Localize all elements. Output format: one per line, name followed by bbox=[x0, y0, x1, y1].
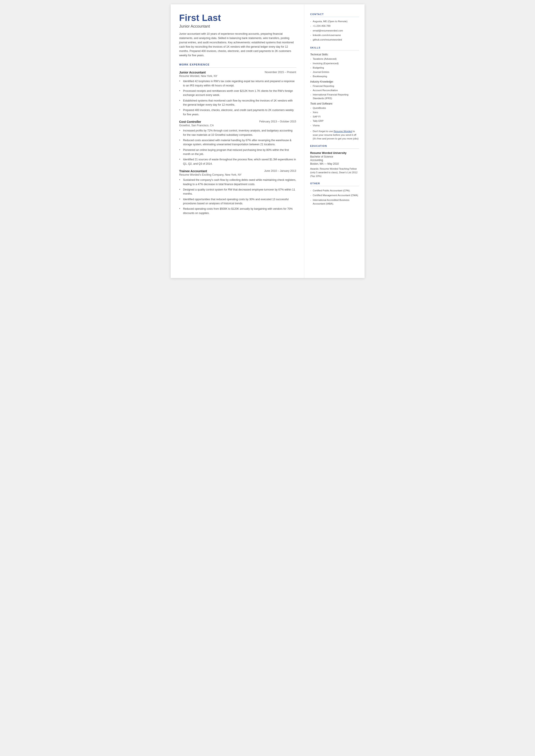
list-item: Xero bbox=[310, 111, 359, 114]
list-item: linkedin.com/in/username bbox=[310, 33, 359, 37]
list-item: Processed receipts and remittances worth… bbox=[179, 89, 296, 98]
other-title: OTHER bbox=[310, 182, 359, 185]
list-item: Pioneered an online buying program that … bbox=[179, 148, 296, 156]
job-1-bullets: Identified 42 loopholes in RW's tax code… bbox=[179, 79, 296, 117]
list-item: Bookkeeping bbox=[310, 74, 359, 78]
industry-skills-list: Financial Reporting Account Reconciliati… bbox=[310, 84, 359, 100]
right-column: CONTACT Augusta, ME (Open to Remote) +1-… bbox=[304, 4, 365, 278]
list-item: Identified opportunities that reduced op… bbox=[179, 197, 296, 206]
tip-text: Don't forget to use Resume Worded to sca… bbox=[310, 129, 359, 141]
job-2-bullets: Increased profits by 72% through cost co… bbox=[179, 129, 296, 166]
edu-degree: Bachelor of Science Accounting Boston, M… bbox=[310, 155, 359, 166]
list-item: Account Reconciliation bbox=[310, 89, 359, 92]
resume-worded-link[interactable]: Resume Worded bbox=[333, 130, 352, 132]
job-3-company: Resume Worded's Exciting Company, New Yo… bbox=[179, 173, 296, 176]
job-1-title: Junior Accountant bbox=[179, 71, 206, 74]
list-item: Tally ERP bbox=[310, 119, 359, 123]
summary-text: Junior accountant with 10 years of exper… bbox=[179, 32, 296, 58]
list-item: International Financial Reporting Standa… bbox=[310, 93, 359, 100]
list-item: SAP FI bbox=[310, 115, 359, 119]
job-2-header: Cost Controller February 2013 – October … bbox=[179, 120, 296, 124]
list-item: Augusta, ME (Open to Remote) bbox=[310, 20, 359, 23]
list-item: Sustained the company's cash flow by col… bbox=[179, 178, 296, 186]
list-item: github.com/resumeworded bbox=[310, 38, 359, 42]
edu-awards: Awards: Resume Worded Teaching Fellow (o… bbox=[310, 167, 359, 178]
job-3-header: Trainee Accountant June 2010 – January 2… bbox=[179, 169, 296, 173]
contact-title: CONTACT bbox=[310, 13, 359, 15]
contact-list: Augusta, ME (Open to Remote) +1-234-456-… bbox=[310, 20, 359, 42]
skills-title: SKILLS bbox=[310, 46, 359, 49]
job-2-company: Growthsi, San Francisco, CA bbox=[179, 124, 296, 127]
tip-pre: Don't forget to use bbox=[313, 130, 334, 132]
job-3: Trainee Accountant June 2010 – January 2… bbox=[179, 169, 296, 215]
full-name: First Last bbox=[179, 13, 296, 23]
list-item: Taxations (Advanced) bbox=[310, 57, 359, 61]
other-list: Certified Public Accountant (CPA). Certi… bbox=[310, 189, 359, 206]
list-item: Reduced costs associated with material h… bbox=[179, 138, 296, 147]
work-experience-title: WORK EXPERIENCE bbox=[179, 63, 296, 66]
left-column: First Last Junior Accountant Junior acco… bbox=[171, 4, 304, 278]
name-section: First Last Junior Accountant bbox=[179, 13, 296, 29]
job-2-dates: February 2013 – October 2015 bbox=[259, 120, 296, 123]
list-item: QuickBooks bbox=[310, 106, 359, 110]
list-item: International Accredited Business Accoun… bbox=[310, 198, 359, 206]
job-1-dates: November 2015 – Present bbox=[265, 71, 296, 74]
list-item: Increased profits by 72% through cost co… bbox=[179, 129, 296, 137]
other-section: OTHER Certified Public Accountant (CPA).… bbox=[310, 182, 359, 206]
degree-name: Bachelor of Science bbox=[310, 155, 333, 158]
resume-page: First Last Junior Accountant Junior acco… bbox=[171, 4, 365, 278]
job-3-title: Trainee Accountant bbox=[179, 169, 207, 173]
degree-location: Boston, MA — May 2010 bbox=[310, 162, 339, 165]
list-item: email@resumeworded.com bbox=[310, 29, 359, 33]
list-item: Certified Management Accountant (CMA). bbox=[310, 193, 359, 197]
list-item: Established systems that monitored cash … bbox=[179, 99, 296, 107]
list-item: Prepared 400 invoices, checks, electroni… bbox=[179, 108, 296, 117]
technical-skills-list: Taxations (Advanced) Invoicing (Experien… bbox=[310, 57, 359, 78]
job-3-bullets: Sustained the company's cash flow by col… bbox=[179, 178, 296, 215]
list-item: Financial Reporting bbox=[310, 84, 359, 88]
list-item: Identified 42 loopholes in RW's tax code… bbox=[179, 79, 296, 88]
list-item: Designed a quality control system for RW… bbox=[179, 188, 296, 196]
contact-section: CONTACT Augusta, ME (Open to Remote) +1-… bbox=[310, 13, 359, 42]
list-item: Reduced operating costs from $500K to $1… bbox=[179, 207, 296, 215]
skills-section: SKILLS Technical Skills: Taxations (Adva… bbox=[310, 46, 359, 141]
skills-divider bbox=[310, 50, 359, 50]
tools-skills-label: Tools and Software: bbox=[310, 102, 359, 105]
contact-divider bbox=[310, 17, 359, 17]
job-3-dates: June 2010 – January 2013 bbox=[264, 169, 296, 172]
degree-field: Accounting bbox=[310, 159, 323, 162]
education-title: EDUCATION bbox=[310, 145, 359, 147]
tools-skills-list: QuickBooks Xero SAP FI Tally ERP Visma bbox=[310, 106, 359, 127]
industry-skills-label: Industry Knowledge: bbox=[310, 80, 359, 83]
edu-school: Resume Worded University bbox=[310, 151, 359, 154]
job-1-company: Resume Worded, New York, NY bbox=[179, 74, 296, 78]
technical-skills-label: Technical Skills: bbox=[310, 53, 359, 56]
list-item: Invoicing (Experienced) bbox=[310, 62, 359, 65]
summary-section: Junior accountant with 10 years of exper… bbox=[179, 32, 296, 58]
list-item: +1-234-456-789 bbox=[310, 24, 359, 28]
job-1: Junior Accountant November 2015 – Presen… bbox=[179, 71, 296, 117]
job-1-header: Junior Accountant November 2015 – Presen… bbox=[179, 71, 296, 74]
list-item: Visma bbox=[310, 124, 359, 127]
job-title-header: Junior Accountant bbox=[179, 24, 296, 29]
list-item: Journal Entries bbox=[310, 70, 359, 74]
list-item: Budgeting bbox=[310, 66, 359, 70]
list-item: Identified 21 sources of waste throughou… bbox=[179, 157, 296, 166]
job-2-title: Cost Controller bbox=[179, 120, 201, 124]
education-section: EDUCATION Resume Worded University Bache… bbox=[310, 145, 359, 178]
job-2: Cost Controller February 2013 – October … bbox=[179, 120, 296, 166]
list-item: Certified Public Accountant (CPA). bbox=[310, 189, 359, 192]
